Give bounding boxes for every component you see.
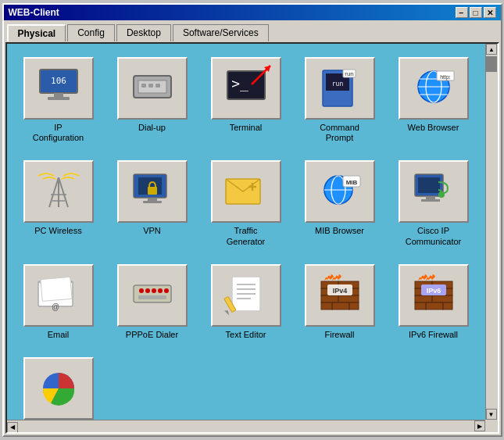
svg-point-53 (145, 288, 150, 293)
svg-text:http:: http: (440, 74, 451, 80)
icon-dialup[interactable]: Dial-up (109, 52, 196, 148)
terminal-label: Terminal (230, 123, 263, 133)
icon-pc-wireless[interactable]: PC Wireless (15, 155, 102, 252)
pc-wireless-label: PC Wireless (34, 226, 82, 236)
icon-pppoe-dialer[interactable]: PPPoE Dialer (109, 259, 196, 345)
icon-command-prompt[interactable]: run run CommandPrompt (296, 52, 384, 148)
icons-grid: 106 IPConfiguration (7, 44, 498, 434)
ip-config-label: IPConfiguration (33, 123, 84, 143)
traffic-generator-icon (221, 170, 271, 213)
icon-box-browser: http: (399, 57, 469, 120)
icon-text-editor[interactable]: Text Editor (202, 259, 290, 345)
pppoe-dialer-label: PPPoE Dialer (126, 330, 178, 340)
svg-rect-44 (418, 177, 440, 193)
vpn-icon (127, 170, 177, 213)
svg-marker-64 (224, 309, 230, 316)
text-editor-label: Text Editor (226, 330, 266, 340)
svg-rect-7 (148, 84, 153, 88)
traffic-generator-label: TrafficGenerator (227, 226, 266, 246)
ipv6-firewall-label: IPv6 Firewall (409, 330, 458, 340)
icon-box-mib: MIB (305, 160, 375, 223)
tab-physical[interactable]: Physical (7, 24, 66, 41)
icon-firewall[interactable]: IPv4 Firewall (296, 259, 384, 345)
tab-config[interactable]: Config (67, 24, 115, 41)
svg-rect-46 (426, 196, 435, 199)
firewall-label: Firewall (325, 330, 355, 340)
command-prompt-label: CommandPrompt (320, 123, 359, 143)
svg-rect-57 (138, 295, 166, 299)
icon-box-traffic (211, 160, 281, 223)
icon-box-ipv6firewall: IPv6 (399, 264, 469, 327)
icon-box-dialup (117, 57, 188, 120)
mib-browser-label: MIB Browser (315, 226, 364, 236)
pie-chart-icon (34, 367, 84, 410)
close-button[interactable]: ✕ (484, 7, 496, 18)
svg-rect-32 (148, 187, 157, 195)
text-editor-icon (221, 274, 271, 317)
main-window: WEB-Client − □ ✕ Physical Config Desktop… (2, 3, 502, 437)
cisco-ip-communicator-label: Cisco IPCommunicator (406, 226, 462, 246)
svg-rect-49 (40, 277, 71, 301)
dialup-icon (127, 66, 177, 110)
icon-box-vpn (117, 160, 188, 223)
icon-box-wireless (23, 160, 94, 223)
icon-box-terminal: >_ (211, 57, 281, 120)
icon-cisco-ip-communicator[interactable]: Cisco IPCommunicator (390, 155, 477, 252)
icon-ip-configuration[interactable]: 106 IPConfiguration (15, 52, 102, 148)
svg-text:@: @ (51, 302, 59, 311)
pppoe-dialer-icon (127, 274, 177, 317)
svg-rect-8 (155, 84, 160, 88)
svg-rect-2 (54, 93, 63, 97)
svg-line-27 (59, 177, 68, 207)
icon-box-piechart (23, 357, 94, 420)
icon-web-browser[interactable]: http: Web Browser (390, 52, 477, 148)
icon-pie-chart[interactable] (15, 352, 102, 428)
svg-rect-33 (148, 198, 157, 201)
icon-box-texteditor (211, 264, 281, 327)
icon-box-ip: 106 (23, 57, 94, 120)
icon-box-firewall: IPv4 (305, 264, 375, 327)
icon-mib-browser[interactable]: MIB MIB Browser (296, 155, 384, 252)
title-bar-buttons: − □ ✕ (456, 7, 496, 18)
maximize-button[interactable]: □ (470, 7, 482, 18)
icon-ipv6-firewall[interactable]: IPv6 IPv6 Firewall (390, 259, 477, 345)
icon-email[interactable]: @ Email (15, 259, 102, 345)
scroll-corner (485, 420, 498, 432)
web-browser-icon: http: (409, 66, 459, 110)
svg-point-55 (158, 288, 163, 293)
tab-bar: Physical Config Desktop Software/Service… (4, 20, 501, 41)
dialup-label: Dial-up (138, 123, 166, 133)
horizontal-scrollbar[interactable]: ◀ ▶ (7, 420, 485, 432)
content-area: 106 IPConfiguration (5, 42, 499, 434)
svg-rect-3 (48, 97, 70, 100)
vpn-label: VPN (143, 226, 161, 236)
arrow-icon (250, 63, 273, 88)
icon-vpn[interactable]: VPN (109, 155, 196, 252)
icon-box-cisco (399, 160, 469, 223)
icon-box-command: run run (305, 57, 375, 120)
email-icon: @ (34, 274, 84, 317)
vertical-scrollbar[interactable]: ▲ ▼ (485, 44, 498, 420)
svg-text:106: 106 (51, 76, 66, 86)
minimize-button[interactable]: − (456, 7, 468, 18)
icon-box-pppoe (117, 264, 188, 327)
svg-text:>_: >_ (231, 75, 248, 91)
mib-browser-icon: MIB (315, 170, 365, 213)
icon-terminal[interactable]: >_ Terminal (202, 52, 290, 148)
icon-traffic-generator[interactable]: TrafficGenerator (202, 155, 290, 252)
title-bar: WEB-Client − □ ✕ (4, 5, 501, 20)
cisco-ip-communicator-icon (409, 170, 459, 213)
firewall-icon: IPv4 (315, 274, 365, 317)
svg-line-26 (49, 177, 59, 207)
icon-box-email: @ (23, 264, 94, 327)
ipv6-firewall-icon: IPv6 (409, 274, 459, 317)
pc-wireless-icon (34, 170, 84, 213)
tab-software[interactable]: Software/Services (173, 24, 269, 41)
svg-text:run: run (345, 70, 354, 77)
svg-point-56 (164, 288, 169, 293)
svg-text:IPv6: IPv6 (426, 287, 441, 295)
svg-text:run: run (331, 80, 343, 88)
ip-config-icon: 106 (34, 66, 84, 110)
command-prompt-icon: run run (315, 66, 365, 110)
tab-desktop[interactable]: Desktop (116, 24, 171, 41)
